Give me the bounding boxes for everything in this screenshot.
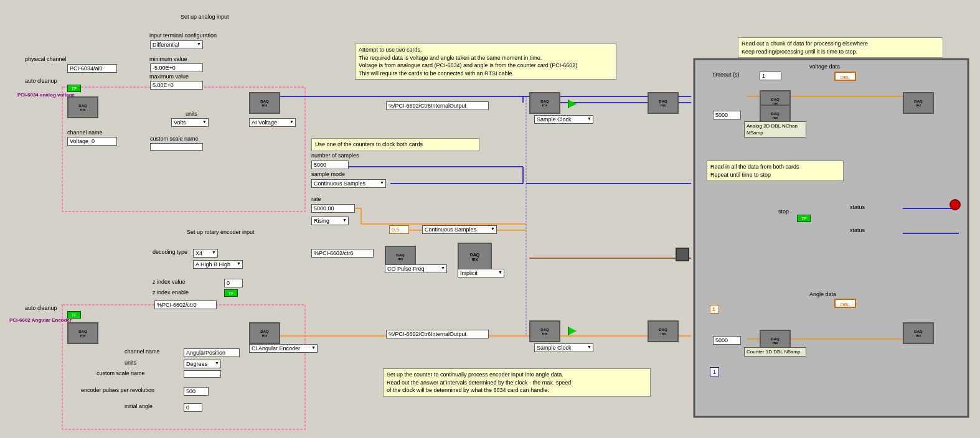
stop-indicator[interactable]: TF [797, 215, 811, 222]
encoder-pulses-label: encoder pulses per revolution [81, 387, 154, 393]
units-label-2: units [125, 360, 136, 366]
dbl-indicator-bottom: DBL [834, 299, 856, 308]
z-index-value-input[interactable]: 0 [224, 279, 243, 287]
value-1-orange: 1 [710, 305, 719, 314]
num-samples-input[interactable]: 5000 [311, 161, 349, 169]
rate-input[interactable]: 5000.00 [311, 204, 355, 213]
units-label: units [186, 111, 197, 117]
daq-node-output-bottom: DAQmx [903, 322, 934, 344]
min-value-input[interactable]: -5.00E+0 [150, 63, 203, 72]
comment-encoder-desc: Set up the counter to continually proces… [383, 368, 651, 397]
analog-2d-dbl-label: Analog 2D DBL NChan NSamp [744, 121, 806, 137]
pci6034-label: PCI-6034 analog voltage [17, 92, 75, 98]
comment-two-cards: Attempt to use two cards. The required d… [355, 44, 616, 80]
daq-node-top-right-2: DAQmx [648, 92, 679, 114]
decoding-dropdown[interactable]: X4 [193, 249, 218, 258]
auto-cleanup-label-1: auto cleanup [25, 78, 57, 84]
custom-scale-label: custom scale name [150, 136, 199, 142]
daq-node-encoder-out: DAQmx [249, 322, 280, 344]
stop-label: stop [778, 208, 789, 215]
pci6602-ctr6-output-bottom[interactable]: %/PCI-6602/Ctr6InternalOutput [386, 330, 489, 338]
decoding-type-label: decoding type [153, 249, 187, 255]
stop-button[interactable] [949, 199, 961, 210]
pci6602-ctr6-output-top[interactable]: %/PCI-6602/Ctr6InternalOutput [386, 101, 489, 110]
physical-channel-label: physical channel [25, 56, 67, 62]
play-indicator-top [568, 100, 577, 108]
ai-voltage-dropdown[interactable]: AI Voltage [249, 118, 296, 127]
co-pulse-freq-dropdown[interactable]: CO Pulse Freq [385, 264, 447, 273]
daq-node-encoder-right: DAQmx [529, 320, 560, 342]
value-05: 0.5 [389, 225, 409, 234]
junction-node [676, 248, 689, 261]
rate-label: rate [311, 196, 321, 202]
daq-node-encoder-in: DAQmx [67, 322, 98, 344]
daq-node-big-counter: DAQmx [458, 243, 492, 271]
main-canvas: Set up analog input input terminal confi… [0, 0, 980, 438]
z-index-enable-indicator[interactable]: TF [224, 289, 238, 297]
input-terminal-label: input terminal configuration [149, 32, 217, 39]
sample-clock-bottom-dropdown[interactable]: Sample Clock [534, 343, 593, 352]
differential-dropdown[interactable]: Differential [150, 40, 203, 49]
timeout-label: timeout (s) [713, 72, 740, 78]
timeout-input[interactable]: 1 [760, 72, 781, 80]
channel-name-label-2: channel name [125, 348, 160, 355]
angle-data-label: Angle data [809, 291, 836, 297]
physical-channel-input[interactable]: PCI-6034/ai0 [67, 64, 117, 73]
dbl-indicator-top: DBL [834, 72, 856, 81]
sample-clock-top-dropdown[interactable]: Sample Clock [534, 115, 593, 124]
daq-node-2: DAQmx [249, 92, 280, 114]
pci6602-label: PCI-6602 Angular Encoder [9, 317, 72, 323]
daq-node-analog-in: DAQmx [67, 96, 98, 118]
status-label-2: status [850, 227, 865, 233]
pci6602-ctr0-input[interactable]: %PCI-6602/ctr0 [154, 301, 217, 309]
comment-counter-clock: Use one of the counters to clock both ca… [311, 138, 479, 151]
sample-mode-dropdown[interactable]: Continuous Samples [311, 179, 386, 188]
auto-cleanup-indicator-1[interactable]: TF [67, 85, 81, 92]
status-label-1: status [850, 204, 865, 210]
comment-read-out: Read out a chunk of data for processing … [738, 37, 943, 58]
channel-name-input-2[interactable]: AngularPosition [184, 348, 240, 357]
channel-name-input-1[interactable]: Voltage_0 [67, 137, 117, 146]
voltage-data-label: voltage data [809, 63, 840, 70]
custom-scale-label-2: custom scale name [97, 370, 145, 376]
daq-node-output-top: DAQmx [903, 92, 934, 114]
max-value-label: maximum value [149, 73, 189, 80]
pci6602-ctr6-input[interactable]: %PCI-6602/ctr6 [311, 249, 374, 258]
z-index-enable-label: z index enable [153, 289, 189, 296]
sample-mode-label: sample mode [311, 171, 345, 177]
counter-1d-dbl-label: Counter 1D DBL N5amp [744, 347, 806, 356]
comment-read-all: Read in all the data from both cards Rep… [707, 161, 844, 181]
value-5000-top[interactable]: 5000 [713, 111, 741, 119]
a-high-b-high-dropdown[interactable]: A High B High [193, 260, 243, 269]
play-indicator-bottom [568, 327, 577, 335]
max-value-input[interactable]: 5.00E+0 [150, 81, 203, 90]
num-samples-label: number of samples [311, 152, 359, 159]
setup-analog-label: Set up analog input [181, 14, 229, 20]
rising-dropdown[interactable]: Rising [311, 217, 349, 225]
units-2-dropdown[interactable]: Degrees [184, 360, 221, 368]
daq-node-bottom-right-2: DAQmx [648, 320, 679, 342]
value-5000-bottom[interactable]: 5000 [713, 336, 741, 345]
implicit-dropdown[interactable]: Implicit [458, 269, 504, 277]
units-dropdown[interactable]: Volts [171, 118, 209, 127]
custom-scale-input[interactable] [150, 143, 203, 151]
value-1-blue: 1 [710, 367, 719, 376]
rotary-encoder-label: Set up rotary encoder input [187, 229, 255, 235]
encoder-pulses-input[interactable]: 500 [184, 387, 209, 396]
continuous-samples-2-dropdown[interactable]: Continuous Samples [422, 225, 497, 234]
initial-angle-label: initial angle [125, 403, 153, 409]
z-index-value-label: z index value [153, 279, 186, 285]
custom-scale-input-2[interactable] [184, 370, 221, 378]
ci-angular-encoder-dropdown[interactable]: CI Angular Encoder [249, 344, 318, 353]
channel-name-label-1: channel name [67, 129, 103, 136]
auto-cleanup-label-2: auto cleanup [25, 305, 57, 311]
min-value-label: minimum value [149, 56, 187, 62]
daq-node-analog-right: DAQmx [529, 92, 560, 114]
initial-angle-input[interactable]: 0 [184, 403, 202, 412]
